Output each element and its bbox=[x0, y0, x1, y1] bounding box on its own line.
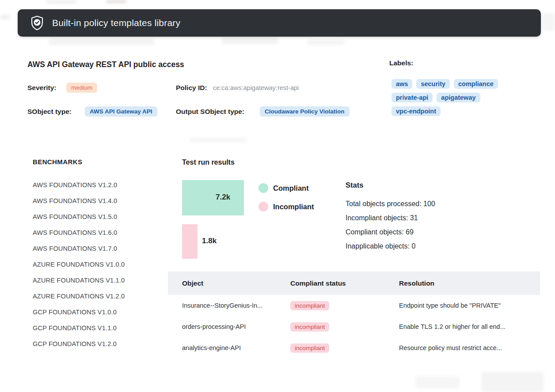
labels-title: Labels: bbox=[389, 59, 413, 67]
benchmark-item: GCP FOUNDATIONS V1.0.0 bbox=[33, 307, 125, 317]
status-badge-incompliant: incompliant bbox=[290, 301, 329, 310]
severity-label: Severity: bbox=[27, 84, 56, 92]
column-header-compliant-status: Compliant status bbox=[290, 279, 399, 287]
header-bar: Built-in policy templates library bbox=[18, 9, 541, 37]
background-artifact bbox=[482, 372, 544, 392]
policy-id-label: Policy ID: bbox=[176, 84, 207, 92]
background-artifact bbox=[49, 39, 155, 45]
benchmark-item: AZURE FOUNDATIONS V1.1.0 bbox=[33, 275, 125, 285]
table-row: Insurance--StoryGenius-In... incompliant… bbox=[168, 295, 540, 316]
policy-title: AWS API Gateway REST API public access bbox=[27, 60, 184, 69]
background-artifact bbox=[0, 15, 10, 19]
cell-resolution: Endpoint type should be "PRIVATE" bbox=[399, 302, 526, 309]
benchmark-item: AZURE FOUNDATIONS V1.2.0 bbox=[33, 291, 125, 301]
chart-bar-compliant bbox=[182, 180, 244, 215]
sobject-type-badge: AWS API Gateway API bbox=[85, 106, 157, 117]
background-artifact bbox=[221, 37, 278, 44]
benchmark-item: GCP FOUNDATIONS V1.1.0 bbox=[33, 323, 125, 333]
output-sobject-type-label: Output SObject type: bbox=[176, 108, 244, 116]
benchmark-item: GCP FOUNDATIONS V1.2.0 bbox=[33, 339, 125, 349]
label-chip-private-api: private-api bbox=[392, 93, 433, 102]
cell-resolution: Enable TLS 1.2 or higher for all end... bbox=[399, 323, 526, 330]
test-run-results-title: Test run results bbox=[182, 158, 235, 166]
background-artifact bbox=[415, 376, 460, 388]
severity-badge: medium bbox=[66, 83, 97, 93]
background-artifact bbox=[307, 40, 345, 45]
table-header-row: Object Compliant status Resolution bbox=[168, 271, 540, 295]
benchmark-item: AWS FOUNDATIONS V1.6.0 bbox=[33, 228, 125, 237]
label-chip-aws: aws bbox=[392, 79, 412, 89]
benchmark-item: AWS FOUNDATIONS V1.7.0 bbox=[33, 244, 125, 253]
benchmark-item: AWS FOUNDATIONS V1.4.0 bbox=[33, 196, 125, 206]
cell-status: incompliant bbox=[290, 343, 399, 353]
labels-list: aws security compliance private-api apig… bbox=[392, 79, 515, 116]
label-chip-security: security bbox=[416, 79, 450, 89]
cell-status: incompliant bbox=[290, 301, 399, 310]
label-chip-apigateway: apigateway bbox=[437, 93, 480, 102]
column-header-object: Object bbox=[182, 279, 290, 287]
stat-inapplicable: Inapplicable objects: 0 bbox=[346, 239, 435, 253]
sobject-type-label: SObject type: bbox=[27, 108, 72, 116]
stat-incompliant: Incompliant objects: 31 bbox=[346, 211, 435, 225]
policy-template-screen: Built-in policy templates library AWS AP… bbox=[0, 0, 555, 392]
legend-label-compliant: Compliant bbox=[273, 184, 309, 192]
benchmark-item: AWS FOUNDATIONS V1.5.0 bbox=[33, 212, 125, 222]
stat-compliant: Compliant objects: 69 bbox=[346, 225, 435, 239]
stat-total-processed: Total objects processed: 100 bbox=[346, 197, 435, 211]
benchmarks-group-azure: AZURE FOUNDATIONS V1.0.0 AZURE FOUNDATIO… bbox=[33, 260, 125, 301]
cell-object: Insurance--StoryGenius-In... bbox=[182, 302, 290, 309]
benchmarks-title: BENCHMARKS bbox=[33, 158, 82, 166]
results-table: Object Compliant status Resolution Insur… bbox=[168, 271, 540, 358]
status-badge-incompliant: incompliant bbox=[290, 343, 329, 353]
chart-bar-incompliant bbox=[182, 224, 198, 259]
background-artifact bbox=[543, 13, 555, 31]
cell-resolution: Resource policy must restrict acce... bbox=[399, 344, 526, 351]
table-row: analytics-engine-API incompliant Resourc… bbox=[168, 337, 540, 358]
benchmarks-group-gcp: GCP FOUNDATIONS V1.0.0 GCP FOUNDATIONS V… bbox=[33, 307, 125, 349]
label-chip-compliance: compliance bbox=[454, 79, 498, 89]
table-row: orders-processing-API incompliant Enable… bbox=[168, 316, 540, 337]
shield-check-icon bbox=[30, 15, 44, 31]
benchmark-item: AWS FOUNDATIONS V1.2.0 bbox=[33, 180, 125, 190]
cell-status: incompliant bbox=[290, 322, 399, 332]
column-header-resolution: Resolution bbox=[399, 279, 526, 287]
legend-dot-incompliant bbox=[258, 202, 268, 211]
label-chip-vpc-endpoint: vpc-endpoint bbox=[392, 106, 441, 116]
cell-object: orders-processing-API bbox=[182, 323, 290, 330]
stats-list: Total objects processed: 100 Incompliant… bbox=[346, 197, 435, 253]
status-badge-incompliant: incompliant bbox=[290, 322, 329, 332]
background-artifact bbox=[106, 0, 126, 3]
legend-dot-compliant bbox=[258, 183, 268, 193]
output-sobject-type-badge: Cloudaware Policy Violation bbox=[260, 106, 350, 117]
header-title: Built-in policy templates library bbox=[52, 18, 180, 28]
benchmarks-group-aws: AWS FOUNDATIONS V1.2.0 AWS FOUNDATIONS V… bbox=[33, 180, 125, 253]
policy-id-value: ce:ca:aws:apigateway:rest-api bbox=[213, 84, 299, 91]
stats-title: Stats bbox=[346, 181, 363, 189]
background-artifact bbox=[190, 138, 247, 142]
cell-object: analytics-engine-API bbox=[182, 344, 290, 351]
benchmark-item: AZURE FOUNDATIONS V1.0.0 bbox=[33, 260, 125, 269]
chart-value-compliant: 7.2k bbox=[216, 193, 230, 202]
legend-label-incompliant: Incompliant bbox=[273, 203, 314, 211]
chart-value-incompliant: 1.8k bbox=[202, 237, 217, 245]
background-artifact bbox=[46, 0, 77, 4]
benchmarks-list: AWS FOUNDATIONS V1.2.0 AWS FOUNDATIONS V… bbox=[33, 180, 125, 355]
